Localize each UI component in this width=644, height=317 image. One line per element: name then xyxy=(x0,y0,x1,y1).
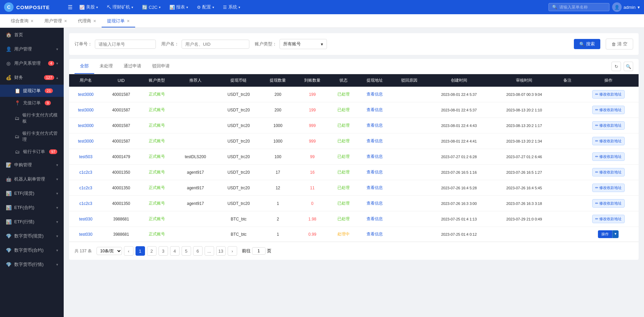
page-2-button[interactable]: 2 xyxy=(147,246,157,256)
cell-status: 已处理 xyxy=(330,165,358,180)
deposit-icon: 📍 xyxy=(14,100,20,106)
sidebar-item-deposit-orders[interactable]: 📍 充值订单 9 xyxy=(0,97,64,109)
sidebar-item-etf-futures[interactable]: 📊 ETF(合约) ▾ xyxy=(0,200,64,215)
table-tab-all[interactable]: 全部 xyxy=(75,59,94,74)
global-search-input[interactable] xyxy=(559,5,603,9)
cell-username: c1c2c3 xyxy=(69,180,103,196)
cell-amount: 1 xyxy=(261,196,295,211)
user-area[interactable]: 👤 admin ▾ xyxy=(612,2,640,12)
modify-address-button[interactable]: ✏ 修改收款地址 xyxy=(592,152,625,161)
sidebar-item-withdrawal-orders[interactable]: 📋 提现订单 21 xyxy=(0,85,64,97)
close-icon[interactable]: ✕ xyxy=(93,19,96,23)
global-search[interactable]: 🔍 xyxy=(548,3,609,11)
tab-user-management[interactable]: 用户管理 ✕ xyxy=(39,15,72,27)
view-address-link[interactable]: 查看信息 xyxy=(367,107,383,112)
page-6-button[interactable]: 6 xyxy=(193,246,203,256)
page-4-button[interactable]: 4 xyxy=(170,246,180,256)
username-input[interactable] xyxy=(182,40,249,49)
username-link[interactable]: test030 xyxy=(79,217,92,221)
sidebar-item-bank-management[interactable]: 🗂 银行卡支付方式管理 xyxy=(0,127,64,146)
table-tab-rejected[interactable]: 驳回申请 xyxy=(147,59,175,74)
view-address-link[interactable]: 查看信息 xyxy=(367,139,383,143)
nav-item-report[interactable]: 📊 报表 ▾ xyxy=(165,3,192,12)
sidebar-item-etf-spot[interactable]: 📊 ETF(现货) ▾ xyxy=(0,186,64,200)
sidebar-item-crypto-futures[interactable]: 💎 数字货币(合约) ▾ xyxy=(0,243,64,257)
modify-address-button[interactable]: ✏ 修改收款地址 xyxy=(592,215,625,223)
sidebar-item-etf-market[interactable]: 📊 ETF(行情) ▾ xyxy=(0,215,64,229)
sidebar-item-bank-template[interactable]: 🗂 银行卡支付方式模板 xyxy=(0,109,64,127)
username-link[interactable]: test3000 xyxy=(78,123,94,128)
nav-item-config[interactable]: ⚙ 配置 ▾ xyxy=(193,3,218,12)
username-link[interactable]: test030 xyxy=(79,232,92,237)
view-address-link[interactable]: 查看信息 xyxy=(367,232,383,236)
sidebar-item-crypto-market[interactable]: 💎 数字货币(行情) ▾ xyxy=(0,257,64,272)
nav-item-mining[interactable]: ⛏ 理财矿机 ▾ xyxy=(103,3,137,12)
close-icon[interactable]: ✕ xyxy=(30,19,34,23)
close-icon[interactable]: ✕ xyxy=(127,19,130,23)
modify-address-button[interactable]: ✏ 修改收款地址 xyxy=(592,184,625,192)
view-address-link[interactable]: 查看信息 xyxy=(367,123,383,128)
cell-reviewed: 2023-07-26 16:3 3:18 xyxy=(492,196,557,211)
view-address-link[interactable]: 查看信息 xyxy=(367,92,383,97)
action-dropdown[interactable]: 操作 ▾ xyxy=(598,230,619,238)
sidebar-item-subscription[interactable]: 📝 申购管理 ▾ xyxy=(0,158,64,172)
view-address-link[interactable]: 查看信息 xyxy=(367,185,383,190)
modify-address-button[interactable]: ✏ 修改收款地址 xyxy=(592,199,625,208)
page-1-button[interactable]: 1 xyxy=(136,246,145,256)
username-link[interactable]: c1c2c3 xyxy=(79,201,92,206)
table-tab-pending[interactable]: 未处理 xyxy=(94,59,118,74)
tab-agent[interactable]: 代理商 ✕ xyxy=(72,15,102,27)
search-button[interactable]: 🔍 搜索 xyxy=(574,39,600,49)
order-no-input[interactable] xyxy=(95,40,156,49)
search-columns-button[interactable]: 🔍 xyxy=(624,62,633,71)
nav-item-stocks[interactable]: 📈 美股 ▾ xyxy=(75,3,102,12)
page-5-button[interactable]: 5 xyxy=(182,246,191,256)
sidebar-item-bank-orders[interactable]: 🗂 银行卡订单 97 xyxy=(0,146,64,158)
page-size-select[interactable]: 10条/页 20条/页 50条/页 xyxy=(97,247,122,255)
sidebar-item-user-relations[interactable]: ◎ 用户关系管理 4 ▾ xyxy=(0,56,64,70)
modify-address-button[interactable]: ✏ 修改收款地址 xyxy=(592,90,625,99)
last-page-button[interactable]: 13 xyxy=(216,246,226,256)
hamburger-icon[interactable]: ☰ xyxy=(66,3,74,12)
operate-button[interactable]: 操作 xyxy=(598,230,612,238)
sidebar-item-home[interactable]: 🏠 首页 xyxy=(0,28,64,42)
clear-button[interactable]: 🗑 清 空 xyxy=(606,39,633,49)
cell-remark xyxy=(557,211,578,227)
view-address-link[interactable]: 查看信息 xyxy=(367,201,383,206)
nav-item-system[interactable]: ☰ 系统 ▾ xyxy=(219,3,244,12)
modify-address-button[interactable]: ✏ 修改收款地址 xyxy=(592,168,625,176)
modify-address-button[interactable]: ✏ 修改收款地址 xyxy=(592,121,625,130)
tab-comprehensive[interactable]: 综合查询 ✕ xyxy=(5,15,39,27)
cell-account-type: 正式账号 xyxy=(140,87,174,102)
username-link[interactable]: c1c2c3 xyxy=(79,186,92,190)
tab-withdrawal-orders[interactable]: 提现订单 ✕ xyxy=(102,15,135,27)
page-number-input[interactable] xyxy=(252,247,266,255)
operate-dropdown-arrow[interactable]: ▾ xyxy=(612,230,619,238)
close-icon[interactable]: ✕ xyxy=(64,19,67,23)
etf-futures-icon: 📊 xyxy=(5,205,12,210)
table-tab-approved[interactable]: 通过申请 xyxy=(118,59,147,74)
nav-item-c2c[interactable]: 🔄 C2C ▾ xyxy=(138,3,165,11)
modify-address-button[interactable]: ✏ 修改收款地址 xyxy=(592,137,625,145)
refresh-button[interactable]: ↻ xyxy=(611,62,621,71)
modify-address-button[interactable]: ✏ 修改收款地址 xyxy=(592,106,625,114)
username-link[interactable]: test3000 xyxy=(78,108,94,112)
username-link[interactable]: test503 xyxy=(79,154,92,159)
account-type-select[interactable]: 所有账号 ▾ xyxy=(279,39,327,49)
username-link[interactable]: test3000 xyxy=(78,139,94,144)
sidebar-item-crypto-spot[interactable]: 💎 数字货币(现货) ▾ xyxy=(0,229,64,243)
sidebar-item-finance[interactable]: 💰 财务 127 ▴ xyxy=(0,70,64,85)
page-3-button[interactable]: 3 xyxy=(159,246,168,256)
username-link[interactable]: c1c2c3 xyxy=(79,170,92,175)
table-row: test030 3988681 正式账号 BTC_btc 1 0.99 处理中 … xyxy=(69,227,639,242)
cell-username: c1c2c3 xyxy=(69,196,103,211)
view-address-link[interactable]: 查看信息 xyxy=(367,170,383,174)
cell-address: 查看信息 xyxy=(357,87,392,102)
sidebar-item-bot-management[interactable]: 🤖 机器人刷单管理 ▾ xyxy=(0,172,64,186)
view-address-link[interactable]: 查看信息 xyxy=(367,154,383,159)
username-link[interactable]: test3000 xyxy=(78,92,94,97)
sidebar-item-user-management[interactable]: 👤 用户管理 ▾ xyxy=(0,42,64,56)
next-page-button[interactable]: › xyxy=(228,246,237,256)
view-address-link[interactable]: 查看信息 xyxy=(367,216,383,221)
prev-page-button[interactable]: ‹ xyxy=(124,246,133,256)
